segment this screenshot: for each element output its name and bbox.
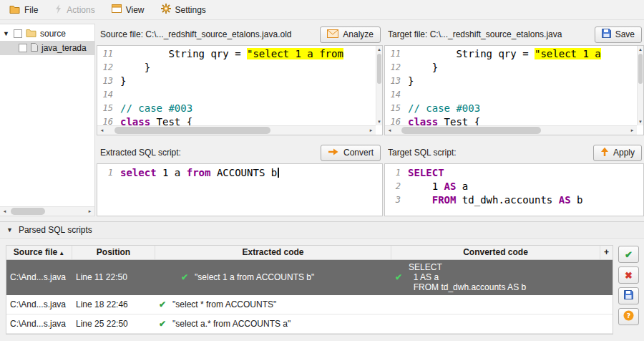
help-button[interactable]: ? <box>618 308 639 325</box>
source-code-area[interactable]: 11 String qry = "select 1 a from12 }13}1… <box>97 47 376 125</box>
scroll-left-icon[interactable]: ◂ <box>385 126 394 135</box>
source-vertical-scrollbar[interactable]: ▲ ▼ <box>376 46 382 125</box>
menu-view[interactable]: View <box>106 2 154 17</box>
envelope-icon <box>327 29 338 40</box>
menu-file[interactable]: File <box>4 2 47 18</box>
parsed-scripts-table: Source file▲ Position Extracted code Con… <box>6 245 613 335</box>
source-code-editor[interactable]: 11 String qry = "select 1 a from12 }13}1… <box>97 45 383 135</box>
line-number: 16 <box>385 115 408 125</box>
accept-conversion-button[interactable]: ✔ <box>618 246 639 263</box>
source-horizontal-scrollbar[interactable]: ◂ ▸ <box>97 125 376 135</box>
collapse-icon[interactable]: ▼ <box>6 226 13 234</box>
extracted-code-cell: ✔"select 1 a from ACCOUNTS b" <box>155 270 391 284</box>
code-text[interactable]: } <box>408 75 414 88</box>
line-number: 1 <box>385 166 408 180</box>
code-line: 16class Test { <box>385 115 637 125</box>
tree-item-source[interactable]: ▼ source <box>0 27 94 41</box>
scrollbar-thumb[interactable] <box>114 127 270 134</box>
line-number: 14 <box>385 88 408 102</box>
line-number: 12 <box>385 61 408 75</box>
save-button-label: Save <box>615 29 635 39</box>
menu-settings[interactable]: Settings <box>155 1 215 18</box>
code-text[interactable]: select 1 a from ACCOUNTS b <box>120 166 279 180</box>
code-text[interactable]: String qry = "select 1 a from <box>120 47 343 61</box>
column-header-extracted-code[interactable]: Extracted code <box>155 246 391 259</box>
scroll-right-icon[interactable]: ▸ <box>85 207 94 216</box>
extracted-code-text: "select 1 a from ACCOUNTS b" <box>195 272 314 282</box>
arrow-up-icon <box>600 147 609 159</box>
menu-file-label: File <box>24 5 38 15</box>
code-text[interactable]: // case #003 <box>120 102 192 115</box>
analyze-button[interactable]: Analyze <box>320 27 381 43</box>
file-tree: ▼ source java_terada <box>0 24 94 206</box>
source-file-bar: Source file: C:\..._redshift_source_etal… <box>97 24 383 45</box>
scroll-down-icon[interactable]: ▼ <box>638 118 643 125</box>
apply-button[interactable]: Apply <box>593 145 642 161</box>
column-header-source-file[interactable]: Source file▲ <box>6 246 72 259</box>
code-text[interactable]: // case #003 <box>408 102 480 115</box>
source-folder-checkbox[interactable] <box>14 29 22 38</box>
expander-down-icon[interactable]: ▼ <box>3 30 10 37</box>
scrollbar-thumb[interactable] <box>377 54 381 84</box>
converted-code-text: SELECT 1 AS a FROM td_dwh.accounts AS b <box>409 262 526 292</box>
scroll-down-icon[interactable]: ▼ <box>376 118 382 125</box>
converted-code-cell <box>391 322 600 326</box>
save-button[interactable]: Save <box>595 27 642 43</box>
code-line: 15// case #003 <box>385 102 637 115</box>
scroll-up-icon[interactable]: ▲ <box>376 46 382 53</box>
add-column-button[interactable]: + <box>600 246 613 259</box>
line-number: 12 <box>97 61 120 75</box>
extracted-sql-code[interactable]: 1select 1 a from ACCOUNTS b <box>97 166 382 180</box>
parsed-script-row[interactable]: C:\And...s.javaLine 11 22:50✔"select 1 a… <box>6 260 613 295</box>
code-text[interactable]: String qry = "select 1 a <box>408 47 601 61</box>
java-file-checkbox[interactable] <box>19 44 27 52</box>
code-text[interactable]: 1 AS a <box>408 180 468 193</box>
code-text[interactable]: class Test { <box>408 115 480 125</box>
code-line: 2 1 AS a <box>385 180 643 193</box>
convert-button-label: Convert <box>343 148 374 158</box>
target-vertical-scrollbar[interactable]: ▲ ▼ <box>637 46 643 125</box>
extracted-sql-editor[interactable]: 1select 1 a from ACCOUNTS b <box>97 163 383 216</box>
code-text[interactable]: FROM td_dwh.accounts AS b <box>408 193 582 207</box>
target-code-area[interactable]: 11 String qry = "select 1 a12 }13}1415//… <box>385 47 637 125</box>
table-body: C:\And...s.javaLine 11 22:50✔"select 1 a… <box>6 260 613 334</box>
parsed-scripts-header[interactable]: ▼ Parsed SQL scripts <box>0 222 644 239</box>
scrollbar-thumb[interactable] <box>401 127 542 134</box>
scrollbar-thumb[interactable] <box>638 54 643 84</box>
save-results-button[interactable] <box>618 287 639 304</box>
floppy-icon <box>624 289 633 302</box>
target-code-editor[interactable]: 11 String qry = "select 1 a12 }13}1415//… <box>384 45 644 135</box>
scroll-right-icon[interactable]: ▸ <box>366 126 376 135</box>
column-header-position[interactable]: Position <box>72 246 155 259</box>
scrollbar-thumb[interactable] <box>11 208 45 215</box>
scroll-left-icon[interactable]: ◂ <box>0 207 9 216</box>
code-text[interactable]: } <box>408 61 438 75</box>
code-text[interactable]: class Test { <box>120 115 192 125</box>
code-text[interactable]: } <box>120 61 150 75</box>
parsed-script-row[interactable]: C:\And...s.javaLine 25 22:50✔"select a.*… <box>6 314 613 334</box>
row-extra-cell <box>600 275 613 279</box>
scroll-up-icon[interactable]: ▲ <box>638 46 643 53</box>
parsed-script-row[interactable]: C:\And...s.javaLine 18 22:46✔"select * f… <box>6 295 613 314</box>
target-horizontal-scrollbar[interactable]: ◂ ▸ <box>385 125 637 135</box>
code-line: 16class Test { <box>97 115 376 125</box>
line-number: 3 <box>385 193 408 207</box>
scroll-left-icon[interactable]: ◂ <box>97 126 107 135</box>
line-number: 11 <box>97 47 120 61</box>
convert-button[interactable]: Convert <box>321 145 381 161</box>
sort-asc-icon: ▲ <box>59 250 64 256</box>
target-sql-code[interactable]: 1SELECT2 1 AS a3 FROM td_dwh.accounts AS… <box>385 166 643 207</box>
converted-code-cell: ✔SELECT 1 AS a FROM td_dwh.accounts AS b <box>391 260 600 294</box>
code-text[interactable]: } <box>120 75 126 88</box>
tree-item-java-file[interactable]: java_terada <box>0 41 94 55</box>
reject-conversion-button[interactable]: ✖ <box>618 266 639 284</box>
tree-horizontal-scrollbar[interactable]: ◂ ▸ <box>0 206 94 216</box>
source-file-cell: C:\And...s.java <box>6 270 72 284</box>
analyze-button-label: Analyze <box>343 29 374 39</box>
target-sql-editor[interactable]: 1SELECT2 1 AS a3 FROM td_dwh.accounts AS… <box>384 163 644 216</box>
code-text[interactable]: SELECT <box>408 166 444 180</box>
question-circle-icon: ? <box>623 310 634 324</box>
scroll-right-icon[interactable]: ▸ <box>628 126 637 135</box>
folder-icon <box>26 29 36 39</box>
column-header-converted-code[interactable]: Converted code <box>391 246 600 259</box>
